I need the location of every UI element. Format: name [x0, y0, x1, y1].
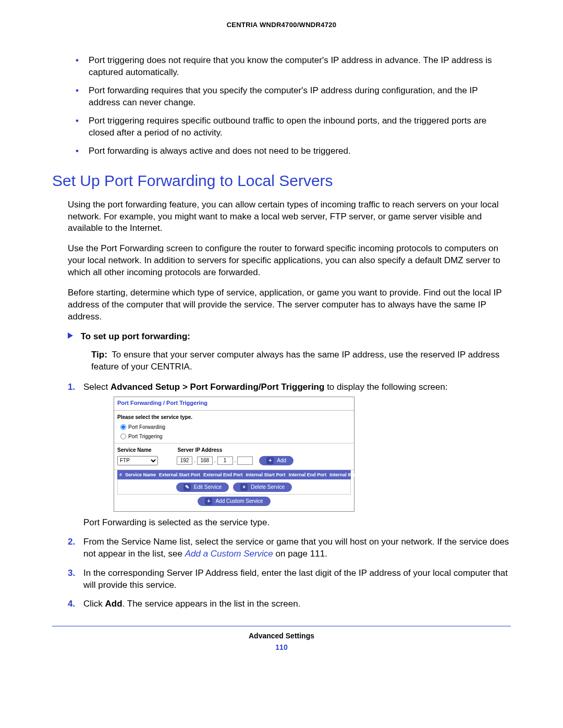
tip-text: To ensure that your server computer alwa… [91, 350, 499, 372]
tip-label: Tip: [91, 350, 107, 360]
footer-rule [52, 626, 511, 626]
step-text: . The service appears in the list in the… [123, 599, 301, 609]
dot: . [235, 457, 236, 464]
step-text: In the corresponding Server IP Address f… [83, 568, 508, 590]
th: Internal Start Port [246, 472, 286, 478]
service-name-select[interactable]: FTP [117, 456, 158, 465]
bullet-item: Port triggering requires specific outbou… [73, 115, 511, 139]
table-header-row: # Service Name External Start Port Exter… [117, 470, 351, 479]
step-text: on page 111. [273, 549, 327, 559]
th: Internal End Port [289, 472, 327, 478]
chevron-right-icon [68, 332, 73, 339]
button-label: Delete Service [251, 484, 285, 491]
ui-element: Add [105, 599, 123, 609]
th: Internal IP address [329, 472, 371, 478]
step-text: Select [83, 382, 111, 392]
step-text: to display the following screen: [324, 382, 447, 392]
edit-service-button[interactable]: ✎ Edit Service [176, 483, 229, 492]
step-after-text: Port Forwarding is selected as the servi… [83, 517, 511, 529]
dot: . [194, 457, 195, 464]
step-number: 3. [68, 567, 75, 579]
step-2: 2. From the Service Name list, select th… [68, 536, 511, 560]
step-4: 4. Click Add. The service appears in the… [68, 598, 511, 610]
step-3: 3. In the corresponding Server IP Addres… [68, 567, 511, 591]
button-label: Add Custom Service [215, 498, 263, 505]
select-type-label: Please select the service type. [114, 411, 354, 423]
th: External Start Port [159, 472, 200, 478]
running-header: CENTRIA WNDR4700/WNDR4720 [52, 21, 511, 29]
procedure-heading: To set up port forwarding: [68, 331, 511, 342]
panel-title: Port Forwarding / Port Triggering [114, 397, 354, 411]
router-screenshot: Port Forwarding / Port Triggering Please… [114, 397, 354, 512]
plus-icon: + [266, 457, 274, 464]
th: External End Port [203, 472, 243, 478]
step-number: 2. [68, 536, 75, 548]
step-1: 1. Select Advanced Setup > Port Forwardi… [68, 381, 511, 529]
ip-octet-2[interactable] [197, 456, 213, 465]
x-icon: × [240, 484, 248, 491]
dot: . [214, 457, 216, 464]
add-button[interactable]: + Add [259, 456, 293, 465]
intro-bullets: Port triggering does not require that yo… [73, 55, 511, 157]
step-number: 4. [68, 598, 75, 610]
button-label: Edit Service [194, 484, 222, 491]
step-number: 1. [68, 381, 75, 393]
delete-service-button[interactable]: × Delete Service [233, 483, 292, 492]
column-label-service: Service Name [117, 447, 152, 454]
pencil-icon: ✎ [183, 484, 191, 491]
add-custom-service-button[interactable]: + Add Custom Service [198, 497, 270, 506]
body-paragraph: Use the Port Forwarding screen to config… [68, 243, 511, 279]
column-label-ip: Server IP Address [178, 447, 223, 454]
ip-octet-4[interactable] [237, 456, 253, 465]
ip-octet-1[interactable] [177, 456, 192, 465]
th: Service Name [125, 472, 156, 478]
radio-port-triggering[interactable] [120, 434, 126, 439]
footer-section-title: Advanced Settings [52, 632, 511, 640]
bullet-item: Port forwarding is always active and doe… [73, 145, 511, 157]
xref-link[interactable]: Add a Custom Service [185, 549, 273, 559]
tip-block: Tip: To ensure that your server computer… [91, 349, 511, 373]
footer-page-number: 110 [52, 643, 511, 651]
radio-label: Port Triggering [128, 433, 163, 440]
radio-port-forwarding[interactable] [120, 424, 126, 430]
step-text: Click [83, 599, 105, 609]
plus-icon: + [205, 498, 212, 505]
bullet-item: Port triggering does not require that yo… [73, 55, 511, 79]
radio-label: Port Forwarding [128, 424, 165, 431]
bullet-item: Port forwarding requires that you specif… [73, 85, 511, 109]
th: # [119, 472, 122, 478]
section-heading: Set Up Port Forwarding to Local Servers [52, 172, 511, 190]
button-label: Add [277, 457, 286, 464]
procedure-title: To set up port forwarding: [81, 331, 190, 341]
ip-octet-3[interactable] [217, 456, 233, 465]
ui-path: Advanced Setup > Port Forwarding/Port Tr… [111, 382, 324, 392]
body-paragraph: Using the port forwarding feature, you c… [68, 199, 511, 235]
body-paragraph: Before starting, determine which type of… [68, 287, 511, 323]
